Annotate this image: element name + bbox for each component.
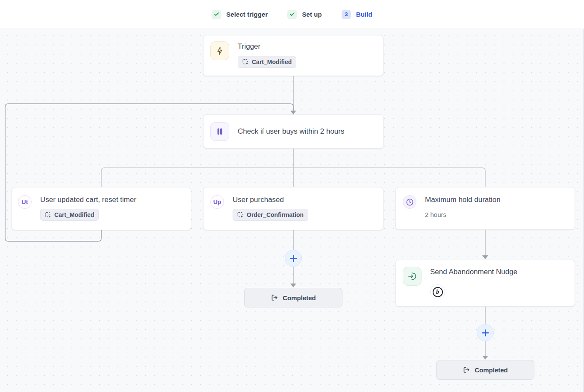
- event-tag: Order_Confirmation: [233, 209, 308, 221]
- step-select-trigger[interactable]: Select trigger: [212, 10, 268, 19]
- step-set-up[interactable]: Set up: [287, 10, 321, 19]
- node-title: Trigger: [238, 41, 296, 52]
- node-title: Maximum hold duration: [425, 195, 501, 205]
- node-completed-nudge[interactable]: Completed: [436, 360, 534, 380]
- step-label: Select trigger: [226, 11, 268, 18]
- add-step-button[interactable]: [285, 250, 302, 267]
- step-label: Build: [356, 11, 372, 18]
- builder-header: Select trigger Set up 3 Build: [0, 0, 584, 29]
- step-build[interactable]: 3 Build: [342, 10, 372, 19]
- node-title: User purchased: [233, 195, 308, 205]
- braze-letter: b: [433, 287, 443, 297]
- completed-label: Completed: [475, 366, 508, 374]
- node-send-abandonment-nudge[interactable]: Send Abandonment Nudge b: [395, 260, 575, 307]
- step-number-badge: 3: [342, 10, 351, 19]
- hold-duration-value: 2 hours: [425, 211, 501, 218]
- exit-icon: [271, 294, 278, 301]
- check-icon: [287, 10, 297, 19]
- event-selector-icon: [45, 212, 51, 218]
- completed-label: Completed: [283, 294, 316, 301]
- node-user-purchased[interactable]: Up User purchased Order_Confirmation: [203, 187, 383, 230]
- event-tag-label: Order_Confirmation: [247, 211, 304, 218]
- node-initials-badge: Ut: [18, 195, 32, 209]
- node-body: Send Abandonment Nudge b: [430, 267, 517, 299]
- clock-icon: [403, 195, 416, 209]
- node-body: User updated cart, reset timer Cart_Modi…: [40, 195, 136, 222]
- flow-canvas[interactable]: Trigger Cart_Modified Check if user buys…: [0, 29, 584, 392]
- event-tag: Cart_Modified: [238, 56, 296, 68]
- node-body: Maximum hold duration 2 hours: [425, 195, 501, 222]
- step-label: Set up: [302, 11, 321, 18]
- node-max-hold-duration[interactable]: Maximum hold duration 2 hours: [395, 187, 575, 230]
- event-tag-label: Cart_Modified: [252, 59, 292, 65]
- plus-icon: [482, 329, 489, 336]
- braze-logo: b: [430, 284, 445, 299]
- node-user-updated-cart[interactable]: Ut User updated cart, reset timer Cart_M…: [12, 187, 191, 230]
- node-initials-badge: Up: [210, 195, 224, 209]
- step-indicator: Select trigger Set up 3 Build: [212, 10, 372, 19]
- node-trigger[interactable]: Trigger Cart_Modified: [203, 35, 383, 76]
- node-check-wait[interactable]: Check if user buys within 2 hours: [203, 114, 383, 149]
- plus-icon: [290, 255, 297, 262]
- node-title: Send Abandonment Nudge: [430, 267, 517, 277]
- event-tag-label: Cart_Modified: [54, 211, 94, 218]
- add-step-button[interactable]: [477, 324, 494, 341]
- node-completed-purchase[interactable]: Completed: [244, 288, 342, 307]
- event-selector-icon: [242, 59, 249, 65]
- exit-icon: [463, 366, 470, 374]
- event-selector-icon: [237, 212, 244, 218]
- node-body: Trigger Cart_Modified: [238, 41, 296, 70]
- check-icon: [212, 10, 221, 19]
- node-body: User purchased Order_Confirmation: [233, 195, 308, 222]
- event-tag: Cart_Modified: [40, 209, 99, 221]
- node-title: Check if user buys within 2 hours: [238, 126, 344, 137]
- lightning-icon: [210, 41, 229, 60]
- enter-arrow-icon: [403, 267, 422, 286]
- pause-icon: [210, 122, 229, 141]
- node-title: User updated cart, reset timer: [40, 195, 136, 205]
